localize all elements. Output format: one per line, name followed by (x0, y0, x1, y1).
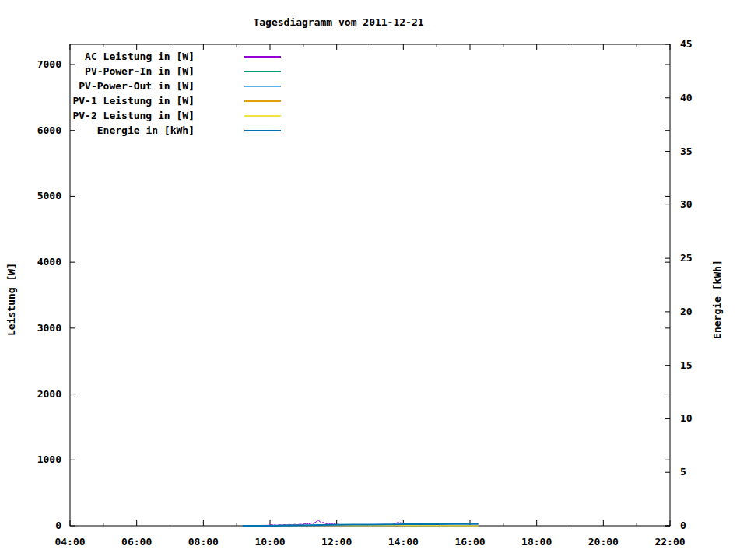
x-tick-label: 06:00 (121, 536, 152, 548)
y-left-tick-label: 7000 (37, 58, 61, 70)
legend-row: AC Leistung in [W] (70, 49, 366, 64)
x-tick-label: 22:00 (654, 536, 685, 548)
legend-label: AC Leistung in [W] (70, 49, 195, 64)
y-right-tick-label: 25 (680, 252, 693, 264)
y-right-tick-label: 45 (680, 38, 693, 50)
y-right-tick-label: 30 (680, 198, 693, 210)
legend-label: PV-1 Leistung in [W] (70, 93, 195, 108)
y-left-tick-label: 2000 (37, 388, 61, 400)
legend-label: PV-Power-Out in [W] (70, 79, 195, 93)
legend-line-sample (244, 100, 281, 102)
legend-label: PV-Power-In in [W] (70, 64, 195, 79)
legend-line-sample (244, 56, 281, 58)
x-tick-label: 08:00 (188, 536, 219, 548)
y-left-tick-label: 3000 (37, 322, 61, 334)
x-tick-label: 20:00 (588, 536, 619, 548)
y-right-tick-label: 5 (680, 466, 686, 478)
legend-line-sample (244, 71, 281, 72)
y-right-tick-label: 20 (680, 306, 693, 317)
y-left-tick-label: 0 (55, 520, 61, 531)
legend-line-sample (244, 86, 281, 87)
legend-line-sample (244, 130, 281, 131)
x-tick-label: 16:00 (454, 536, 485, 548)
x-tick-label: 12:00 (321, 536, 352, 548)
y-left-tick-label: 1000 (37, 453, 61, 465)
legend-row: PV-2 Leistung in [W] (70, 108, 366, 123)
x-tick-label: 18:00 (521, 536, 552, 548)
y-right-tick-label: 40 (680, 92, 693, 103)
y-left-tick-label: 4000 (37, 256, 61, 268)
legend-row: PV-Power-Out in [W] (70, 79, 366, 93)
y-right-tick-label: 0 (680, 520, 686, 531)
chart-canvas: Tagesdiagramm vom 2011-12-21 Leistung [W… (0, 0, 747, 560)
y-right-tick-label: 35 (680, 145, 693, 157)
legend-line-sample (244, 115, 281, 117)
y-left-tick-label: 5000 (37, 190, 61, 201)
legend-row: Energie in [kWh] (70, 123, 366, 138)
y-left-tick-label: 6000 (37, 124, 61, 136)
legend-row: PV-Power-In in [W] (70, 64, 366, 79)
x-tick-label: 10:00 (254, 536, 285, 548)
y-right-tick-label: 10 (680, 412, 693, 424)
x-tick-label: 14:00 (388, 536, 419, 548)
x-tick-label: 04:00 (54, 536, 85, 548)
legend-label: PV-2 Leistung in [W] (70, 108, 195, 123)
y-right-tick-label: 15 (680, 359, 693, 371)
legend-label: Energie in [kWh] (70, 123, 195, 138)
legend: AC Leistung in [W]PV-Power-In in [W]PV-P… (70, 49, 366, 138)
legend-row: PV-1 Leistung in [W] (70, 93, 366, 108)
